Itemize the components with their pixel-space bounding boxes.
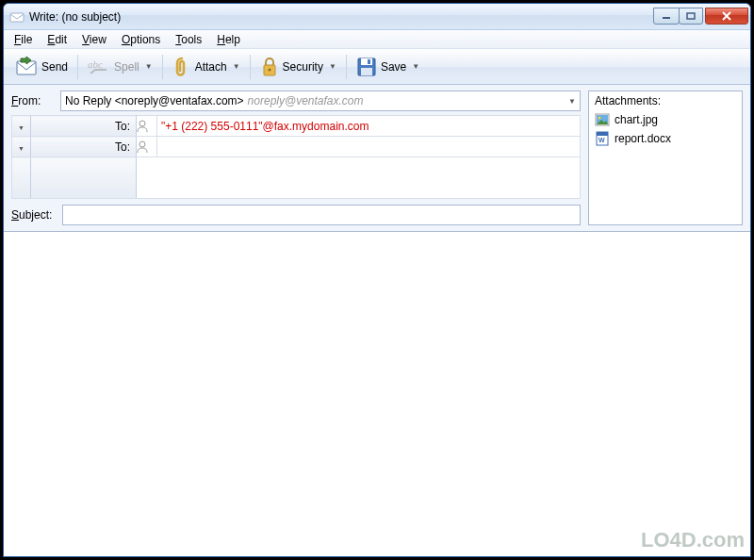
content-area: From: No Reply <noreply@ventafax.com> no… bbox=[4, 85, 750, 556]
svg-text:abc: abc bbox=[88, 58, 103, 70]
svg-rect-2 bbox=[687, 13, 695, 19]
svg-rect-9 bbox=[361, 68, 372, 75]
image-file-icon bbox=[595, 112, 610, 127]
message-body[interactable] bbox=[4, 231, 750, 556]
svg-point-6 bbox=[268, 68, 270, 71]
app-icon bbox=[9, 9, 25, 25]
subject-input[interactable] bbox=[62, 205, 581, 225]
chevron-down-icon: ▼ bbox=[329, 62, 336, 71]
recipient-type-dropdown[interactable]: ▼ bbox=[12, 116, 31, 137]
header-pane: From: No Reply <noreply@ventafax.com> no… bbox=[4, 85, 750, 229]
chevron-down-icon: ▼ bbox=[145, 62, 153, 71]
security-button[interactable]: Security ▼ bbox=[254, 53, 342, 81]
spell-button[interactable]: abc Spell ▼ bbox=[82, 53, 158, 81]
attachment-name: chart.jpg bbox=[615, 113, 658, 126]
toolbar-separator bbox=[162, 55, 163, 79]
table-row: ▼ To: "+1 (222) 555-0111"@fax.mydomain.c… bbox=[12, 116, 581, 137]
send-button[interactable]: Send bbox=[9, 53, 74, 81]
from-identity: No Reply <noreply@ventafax.com> bbox=[65, 94, 244, 107]
recipient-type-dropdown[interactable] bbox=[12, 157, 31, 199]
floppy-icon bbox=[356, 57, 377, 77]
toolbar-separator bbox=[77, 55, 78, 79]
attachment-item[interactable]: chart.jpg bbox=[589, 110, 742, 129]
menu-edit[interactable]: Edit bbox=[41, 31, 74, 48]
recipient-label[interactable]: To: bbox=[31, 116, 137, 137]
compose-fields: From: No Reply <noreply@ventafax.com> no… bbox=[11, 91, 581, 225]
window-title: Write: (no subject) bbox=[29, 10, 653, 24]
send-label: Send bbox=[41, 60, 68, 74]
minimize-button[interactable] bbox=[653, 8, 680, 25]
chevron-down-icon: ▼ bbox=[412, 62, 419, 71]
recipient-input[interactable]: "+1 (222) 555-0111"@fax.mydomain.com bbox=[157, 116, 581, 137]
menu-tools[interactable]: Tools bbox=[169, 31, 208, 48]
window-controls bbox=[653, 8, 748, 25]
subject-row: Subject: bbox=[11, 205, 581, 225]
svg-rect-8 bbox=[361, 58, 372, 65]
subject-label: Subject: bbox=[11, 208, 62, 222]
svg-text:W: W bbox=[598, 137, 605, 143]
security-label: Security bbox=[283, 60, 323, 74]
attachment-name: report.docx bbox=[615, 132, 671, 145]
save-label: Save bbox=[381, 60, 406, 74]
menubar: File Edit View Options Tools Help bbox=[4, 30, 750, 49]
menu-help[interactable]: Help bbox=[210, 31, 247, 48]
titlebar[interactable]: Write: (no subject) bbox=[4, 4, 750, 30]
table-row bbox=[12, 157, 581, 199]
word-file-icon: W bbox=[595, 131, 610, 146]
contact-icon[interactable] bbox=[137, 116, 157, 137]
chevron-down-icon: ▼ bbox=[18, 124, 25, 131]
chevron-down-icon: ▼ bbox=[568, 97, 576, 106]
from-row: From: No Reply <noreply@ventafax.com> no… bbox=[11, 91, 581, 111]
toolbar: Send abc Spell ▼ Attach ▼ Security ▼ Sav… bbox=[4, 49, 750, 85]
svg-rect-0 bbox=[10, 13, 24, 22]
attachments-header: Attachments: bbox=[589, 91, 742, 110]
lock-icon bbox=[260, 56, 279, 78]
compose-window: Write: (no subject) File Edit View Optio… bbox=[3, 3, 751, 557]
svg-rect-17 bbox=[597, 132, 608, 136]
contact-icon[interactable] bbox=[137, 137, 157, 157]
menu-file[interactable]: File bbox=[8, 31, 39, 48]
toolbar-separator bbox=[250, 55, 251, 79]
recipient-input[interactable] bbox=[137, 157, 581, 199]
svg-rect-1 bbox=[663, 17, 670, 19]
spell-icon: abc bbox=[88, 58, 110, 76]
recipient-value: "+1 (222) 555-0111"@fax.mydomain.com bbox=[161, 120, 369, 133]
svg-point-15 bbox=[598, 117, 601, 120]
recipient-label[interactable]: To: bbox=[31, 137, 137, 157]
recipient-type-dropdown[interactable]: ▼ bbox=[12, 137, 31, 157]
spell-label: Spell bbox=[114, 60, 139, 74]
attachments-panel: Attachments: chart.jpg W report.docx bbox=[588, 91, 743, 225]
maximize-button[interactable] bbox=[679, 8, 703, 25]
save-button[interactable]: Save ▼ bbox=[351, 53, 425, 81]
send-icon bbox=[15, 56, 38, 78]
svg-point-12 bbox=[139, 141, 145, 147]
svg-point-11 bbox=[139, 121, 145, 126]
svg-rect-10 bbox=[368, 59, 370, 64]
paperclip-icon bbox=[172, 56, 191, 78]
menu-options[interactable]: Options bbox=[115, 31, 167, 48]
attachment-item[interactable]: W report.docx bbox=[589, 129, 742, 148]
attach-label: Attach bbox=[195, 60, 227, 74]
from-label: From: bbox=[11, 94, 60, 107]
attach-button[interactable]: Attach ▼ bbox=[167, 53, 246, 81]
close-button[interactable] bbox=[705, 8, 748, 25]
from-selector[interactable]: No Reply <noreply@ventafax.com> noreply@… bbox=[60, 91, 581, 111]
chevron-down-icon: ▼ bbox=[233, 62, 240, 71]
menu-view[interactable]: View bbox=[75, 31, 113, 48]
table-row: ▼ To: bbox=[12, 137, 581, 157]
toolbar-separator bbox=[346, 55, 347, 79]
from-email: noreply@ventafax.com bbox=[248, 94, 364, 107]
recipient-input[interactable] bbox=[157, 137, 581, 157]
address-table: ▼ To: "+1 (222) 555-0111"@fax.mydomain.c… bbox=[11, 115, 581, 199]
chevron-down-icon: ▼ bbox=[18, 145, 25, 152]
recipient-label[interactable] bbox=[31, 157, 137, 199]
